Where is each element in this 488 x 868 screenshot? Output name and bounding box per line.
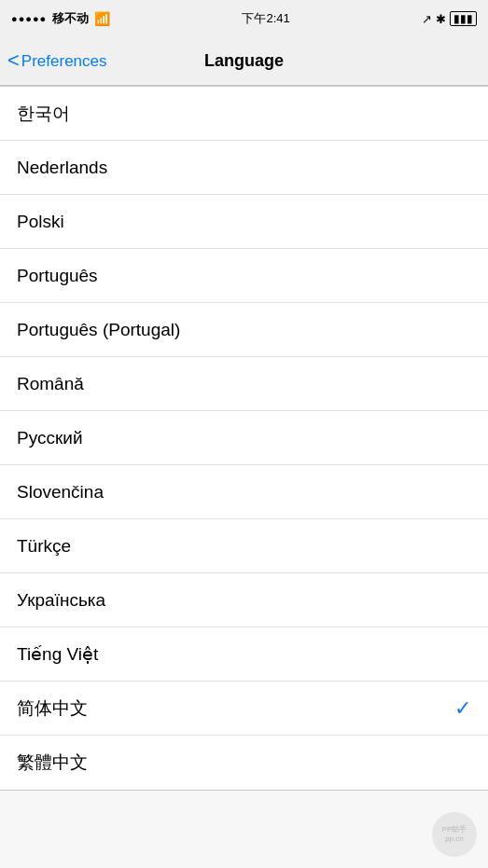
signal-dots: ●●●●● <box>11 13 47 24</box>
bluetooth-icon: ✱ <box>436 12 446 26</box>
list-item[interactable]: Türkçe <box>0 519 488 573</box>
location-icon: ↗ <box>422 12 432 26</box>
list-item[interactable]: 한국어 <box>0 87 488 141</box>
carrier-label: 移不动 <box>52 10 89 27</box>
language-label: Português <box>17 266 98 286</box>
language-label: Türkçe <box>17 536 71 557</box>
language-label: Slovenčina <box>17 482 104 503</box>
language-label: 한국어 <box>17 102 70 126</box>
language-label: Українська <box>17 590 105 611</box>
list-item[interactable]: 繁體中文 <box>0 736 488 790</box>
back-chevron-icon: < <box>7 50 20 71</box>
back-label: Preferences <box>21 52 107 71</box>
status-bar-right: ↗ ✱ ▮▮▮ <box>422 11 477 26</box>
status-bar-left: ●●●●● 移不动 📶 <box>11 10 110 27</box>
language-label: Português (Portugal) <box>17 320 180 340</box>
list-item[interactable]: 简体中文✓ <box>0 682 488 736</box>
list-item[interactable]: Português (Portugal) <box>0 303 488 357</box>
status-bar-time: 下午2:41 <box>242 10 289 27</box>
list-item[interactable]: Українська <box>0 573 488 627</box>
language-label: Română <box>17 374 84 394</box>
language-label: 简体中文 <box>17 696 88 721</box>
selected-checkmark: ✓ <box>454 696 471 721</box>
language-label: Tiếng Việt <box>17 643 98 665</box>
language-label: 繁體中文 <box>17 751 88 775</box>
watermark-circle: PP助手pp.cn <box>432 812 477 857</box>
language-label: Nederlands <box>17 158 107 178</box>
list-item[interactable]: Polski <box>0 195 488 249</box>
nav-bar: < Preferences Language <box>0 37 488 86</box>
list-item[interactable]: Română <box>0 357 488 411</box>
language-label: Русский <box>17 428 83 448</box>
list-item[interactable]: Nederlands <box>0 141 488 195</box>
language-label: Polski <box>17 212 64 232</box>
status-bar: ●●●●● 移不动 📶 下午2:41 ↗ ✱ ▮▮▮ <box>0 0 488 37</box>
page-title: Language <box>204 51 284 71</box>
list-item[interactable]: Tiếng Việt <box>0 627 488 682</box>
list-item[interactable]: Slovenčina <box>0 465 488 519</box>
watermark: PP助手pp.cn <box>432 812 477 857</box>
list-item[interactable]: Русский <box>0 411 488 465</box>
list-item[interactable]: Português <box>0 249 488 303</box>
language-list: 한국어NederlandsPolskiPortuguêsPortuguês (P… <box>0 86 488 791</box>
back-button[interactable]: < Preferences <box>7 52 107 71</box>
wifi-icon: 📶 <box>94 11 110 26</box>
battery-icon: ▮▮▮ <box>450 11 477 26</box>
